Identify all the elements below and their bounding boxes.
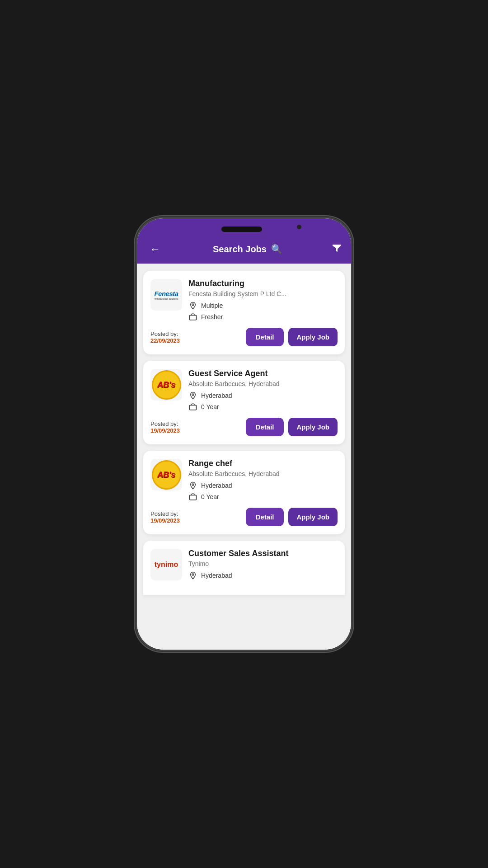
abs-logo-text: AB's xyxy=(157,380,175,390)
svg-rect-3 xyxy=(190,405,197,410)
experience-text: Fresher xyxy=(201,313,223,321)
job-card: AB's Guest Service Agent Absolute Barbec… xyxy=(143,361,345,444)
page-title: Search Jobs xyxy=(213,244,267,255)
apply-job-button[interactable]: Apply Job xyxy=(288,508,338,526)
job-meta: Hyderabad 0 Year xyxy=(188,391,338,411)
abs-logo: AB's xyxy=(152,460,181,490)
job-card: AB's Range chef Absolute Barbecues, Hyde… xyxy=(143,451,345,534)
job-card-bottom: Posted by: 19/09/2023 Detail Apply Job xyxy=(150,418,338,436)
job-meta: Hyderabad xyxy=(188,571,338,580)
svg-point-2 xyxy=(192,394,194,396)
briefcase-icon xyxy=(188,402,197,411)
posted-label: Posted by: xyxy=(150,420,180,427)
posted-by: Posted by: 22/09/2023 xyxy=(150,330,180,344)
job-info: Manufacturing Fenesta Building System P … xyxy=(188,279,338,321)
search-icon[interactable]: 🔍 xyxy=(271,244,282,255)
job-title: Customer Sales Assistant xyxy=(188,549,338,558)
svg-point-6 xyxy=(192,574,194,576)
apply-job-button[interactable]: Apply Job xyxy=(288,328,338,346)
header-title-area: Search Jobs 🔍 xyxy=(213,244,282,255)
detail-button[interactable]: Detail xyxy=(246,508,284,526)
job-meta: Multiple Fresher xyxy=(188,301,338,321)
job-title: Manufacturing xyxy=(188,279,338,288)
job-info: Range chef Absolute Barbecues, Hyderabad xyxy=(188,459,338,501)
posted-date: 22/09/2023 xyxy=(150,337,180,344)
company-logo: AB's xyxy=(150,459,182,491)
briefcase-icon xyxy=(188,312,197,321)
job-card-top: AB's Guest Service Agent Absolute Barbec… xyxy=(150,369,338,411)
company-name: Tynimo xyxy=(188,560,338,567)
experience-item: 0 Year xyxy=(188,402,338,411)
experience-text: 0 Year xyxy=(201,493,219,500)
company-name: Absolute Barbecues, Hyderabad xyxy=(188,470,338,477)
job-title: Range chef xyxy=(188,459,338,468)
experience-item: 0 Year xyxy=(188,492,338,501)
location-item: Multiple xyxy=(188,301,338,310)
experience-text: 0 Year xyxy=(201,403,219,410)
fenesta-logo-text: Fenesta xyxy=(154,290,178,297)
location-icon xyxy=(188,391,197,400)
posted-date: 19/09/2023 xyxy=(150,517,180,524)
job-card-top: AB's Range chef Absolute Barbecues, Hyde… xyxy=(150,459,338,501)
company-logo: tynimo xyxy=(150,549,182,580)
posted-date: 19/09/2023 xyxy=(150,427,180,434)
job-card-bottom: Posted by: 19/09/2023 Detail Apply Job xyxy=(150,508,338,526)
location-text: Hyderabad xyxy=(201,392,232,399)
posted-by: Posted by: 19/09/2023 xyxy=(150,510,180,524)
abs-logo: AB's xyxy=(152,370,181,400)
posted-label: Posted by: xyxy=(150,330,180,337)
location-icon xyxy=(188,481,197,490)
location-icon xyxy=(188,571,197,580)
job-card-top: tynimo Customer Sales Assistant Tynimo xyxy=(150,549,338,580)
posted-by: Posted by: 19/09/2023 xyxy=(150,420,180,434)
back-button[interactable]: ← xyxy=(146,241,164,257)
detail-button[interactable]: Detail xyxy=(246,328,284,346)
location-item: Hyderabad xyxy=(188,481,338,490)
company-logo: Fenesta Window Door Solutions xyxy=(150,279,182,311)
svg-point-0 xyxy=(192,304,194,306)
card-actions: Detail Apply Job xyxy=(246,328,338,346)
job-info: Guest Service Agent Absolute Barbecues, … xyxy=(188,369,338,411)
location-icon xyxy=(188,301,197,310)
location-item: Hyderabad xyxy=(188,391,338,400)
posted-label: Posted by: xyxy=(150,510,180,517)
fenesta-logo-sub: Window Door Solutions xyxy=(155,297,178,300)
job-card-bottom: Posted by: 22/09/2023 Detail Apply Job xyxy=(150,328,338,346)
company-name: Fenesta Building System P Ltd C... xyxy=(188,290,338,297)
svg-rect-5 xyxy=(190,495,197,500)
location-text: Hyderabad xyxy=(201,482,232,489)
job-card-partial: tynimo Customer Sales Assistant Tynimo xyxy=(143,541,345,595)
briefcase-icon xyxy=(188,492,197,501)
app-header: ← Search Jobs 🔍 xyxy=(137,236,351,264)
svg-point-4 xyxy=(192,484,194,486)
job-meta: Hyderabad 0 Year xyxy=(188,481,338,501)
filter-icon[interactable] xyxy=(331,243,342,256)
location-item: Hyderabad xyxy=(188,571,338,580)
detail-button[interactable]: Detail xyxy=(246,418,284,436)
location-text: Hyderabad xyxy=(201,572,232,579)
apply-job-button[interactable]: Apply Job xyxy=(288,418,338,436)
abs-logo-text: AB's xyxy=(157,470,175,480)
card-actions: Detail Apply Job xyxy=(246,508,338,526)
card-actions: Detail Apply Job xyxy=(246,418,338,436)
location-text: Multiple xyxy=(201,302,223,309)
job-info: Customer Sales Assistant Tynimo xyxy=(188,549,338,580)
tynimo-logo-text: tynimo xyxy=(155,561,178,569)
job-title: Guest Service Agent xyxy=(188,369,338,378)
company-name: Absolute Barbecues, Hyderabad xyxy=(188,380,338,387)
svg-rect-1 xyxy=(190,315,197,320)
job-card: Fenesta Window Door Solutions Manufactur… xyxy=(143,271,345,354)
company-logo: AB's xyxy=(150,369,182,401)
experience-item: Fresher xyxy=(188,312,338,321)
job-card-top: Fenesta Window Door Solutions Manufactur… xyxy=(150,279,338,321)
jobs-list: Fenesta Window Door Solutions Manufactur… xyxy=(137,264,351,602)
